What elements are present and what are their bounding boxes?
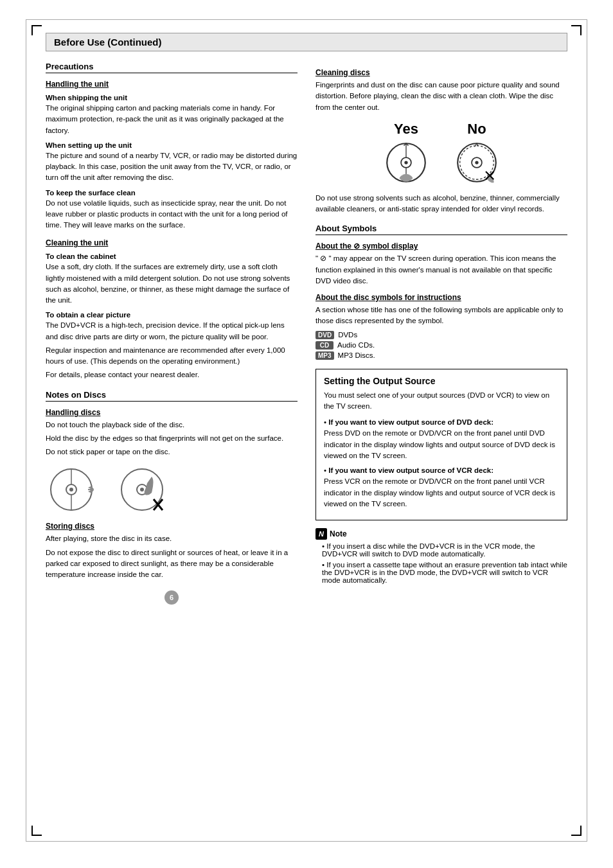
surface-clean-text: Do not use volatile liquids, such as ins… (46, 198, 298, 231)
handling-discs-title: Handling discs (46, 408, 298, 417)
cleaning-unit-title: Cleaning the unit (46, 238, 298, 247)
yes-no-illustration: Yes (315, 121, 567, 185)
left-column: Precautions Handling the unit When shipp… (46, 62, 298, 605)
symbol-display-text: " ⊘ " may appear on the TV screen during… (315, 253, 567, 287)
note-item-2: If you insert a cassette tape without an… (315, 561, 567, 584)
dvd-output-text: Press DVD on the remote or DVD/VCR on th… (324, 429, 555, 459)
page-title: Before Use (Continued) (46, 33, 567, 51)
no-disc: No (454, 121, 499, 185)
disc-symbols-section: About the disc symbols for instructions … (315, 293, 567, 360)
cd-tag: CD (315, 341, 333, 350)
no-label: No (467, 121, 486, 137)
mp3-tag: MP3 (315, 351, 334, 360)
cleaning-discs-text: Fingerprints and dust on the disc can ca… (315, 80, 567, 113)
clear-picture-heading: To obtain a clear picture (46, 311, 298, 319)
svg-point-8 (140, 488, 144, 492)
storing-discs-text1: After playing, store the disc in its cas… (46, 533, 298, 544)
notes-on-discs-section: Notes on Discs Handling discs Do not tou… (46, 390, 298, 581)
note-label: Note (330, 529, 347, 538)
note-item-1: If you insert a disc while the DVD+VCR i… (315, 542, 567, 558)
page-number-area: 6 (46, 590, 298, 605)
storing-discs-section: Storing discs After playing, store the d… (46, 522, 298, 580)
corner-tl (31, 25, 42, 35)
corner-bl (31, 826, 42, 836)
corner-br (571, 826, 582, 836)
svg-point-2 (69, 488, 73, 492)
handling-unit-title: Handling the unit (46, 80, 298, 89)
symbol-display-title: About the ⊘ symbol display (315, 242, 567, 251)
disc-good-icon (46, 464, 97, 515)
symbol-display-section: About the ⊘ symbol display " ⊘ " may app… (315, 242, 567, 287)
output-source-intro: You must select one of your output sourc… (324, 390, 559, 412)
yes-disc: Yes (384, 121, 429, 185)
disc-bad-icon (116, 464, 168, 515)
symbols-list: DVD DVDs CD Audio CDs. MP3 MP3 Discs. (315, 331, 567, 360)
cleaning-unit-section: Cleaning the unit To clean the cabinet U… (46, 238, 298, 380)
vcr-output-heading: If you want to view output source of VCR… (328, 466, 493, 474)
dvd-tag: DVD (315, 331, 334, 339)
precautions-title: Precautions (46, 62, 298, 73)
clean-cabinet-text: Use a soft, dry cloth. If the surfaces a… (46, 261, 298, 306)
vcr-output-text: Press VCR on the remote or DVD/VCR on th… (324, 477, 555, 508)
clear-picture-text2: Regular inspection and maintenance are r… (46, 345, 298, 368)
svg-point-18 (475, 161, 478, 164)
cd-row: CD Audio CDs. (315, 341, 567, 350)
page-number: 6 (164, 590, 179, 605)
when-setting-heading: When setting up the unit (46, 141, 298, 149)
when-shipping-heading: When shipping the unit (46, 94, 298, 102)
handling-discs-section: Handling discs Do not touch the playback… (46, 408, 298, 458)
cleaning-discs-section: Cleaning discs Fingerprints and dust on … (315, 68, 567, 215)
symbol-display-title-start: About the (315, 242, 351, 251)
cleaning-discs-title: Cleaning discs (315, 68, 567, 77)
handling-discs-text3: Do not stick paper or tape on the disc. (46, 447, 298, 457)
symbol-display-title-end: symbol display (362, 242, 418, 251)
about-symbols-title: About Symbols (315, 224, 567, 235)
dvd-output-heading: If you want to view output source of DVD… (328, 418, 493, 426)
disc-symbols-title: About the disc symbols for instructions (315, 293, 567, 302)
note-section: N Note If you insert a disc while the DV… (315, 528, 567, 584)
dvd-row: DVD DVDs (315, 331, 567, 339)
storing-discs-text2: Do not expose the disc to direct sunligh… (46, 547, 298, 581)
storing-discs-title: Storing discs (46, 522, 298, 531)
svg-point-13 (404, 161, 407, 164)
page-outer: Before Use (Continued) Precautions Handl… (26, 19, 587, 842)
cleaning-warning: Do not use strong solvents such as alcoh… (315, 193, 567, 215)
right-column: Cleaning discs Fingerprints and dust on … (315, 62, 567, 605)
when-shipping-text: The original shipping carton and packing… (46, 103, 298, 136)
symbol-display-icon: ⊘ (353, 242, 362, 251)
output-source-title: Setting the Output Source (324, 376, 559, 386)
output-source-box: Setting the Output Source You must selec… (315, 369, 567, 521)
disc-handling-illustration (46, 464, 298, 515)
cd-label: Audio CDs. (337, 341, 375, 349)
corner-tr (571, 25, 582, 35)
dvd-output-item: If you want to view output source of DVD… (324, 417, 559, 461)
about-symbols-section: About Symbols About the ⊘ symbol display… (315, 224, 567, 359)
handling-discs-text1: Do not touch the playback side of the di… (46, 420, 298, 430)
mp3-label: MP3 Discs. (338, 351, 375, 359)
mp3-row: MP3 MP3 Discs. (315, 351, 567, 360)
two-col-layout: Precautions Handling the unit When shipp… (46, 62, 567, 605)
note-icon: N (315, 528, 327, 540)
clear-picture-text3: For details, please contact your nearest… (46, 369, 298, 380)
handling-unit-section: Handling the unit When shipping the unit… (46, 80, 298, 231)
yes-disc-svg (384, 140, 429, 185)
clear-picture-text1: The DVD+VCR is a high-tech, precision de… (46, 320, 298, 342)
clean-cabinet-heading: To clean the cabinet (46, 252, 298, 260)
handling-discs-text2: Hold the disc by the edges so that finge… (46, 433, 298, 444)
vcr-output-item: If you want to view output source of VCR… (324, 465, 559, 509)
surface-clean-heading: To keep the surface clean (46, 189, 298, 197)
no-disc-svg (454, 140, 499, 185)
disc-symbols-text: A section whose title has one of the fol… (315, 305, 567, 327)
dvd-label: DVDs (338, 331, 357, 339)
note-header: N Note (315, 528, 567, 540)
when-setting-text: The picture and sound of a nearby TV, VC… (46, 150, 298, 184)
precautions-section: Precautions Handling the unit When shipp… (46, 62, 298, 381)
yes-label: Yes (394, 121, 418, 137)
notes-on-discs-title: Notes on Discs (46, 390, 298, 402)
